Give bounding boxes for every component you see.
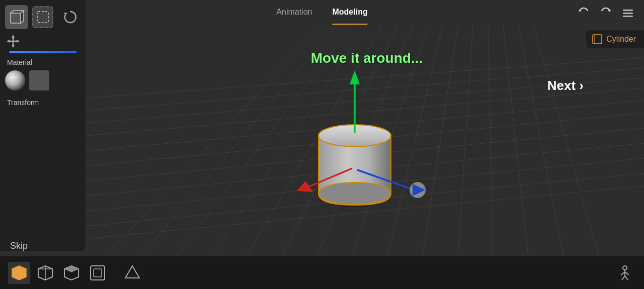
toolbar-separator (115, 264, 115, 282)
cube-view-button[interactable] (5, 5, 28, 29)
svg-marker-46 (350, 70, 360, 84)
svg-line-60 (621, 272, 625, 275)
move-tool-button[interactable] (5, 33, 21, 49)
instruction-text: Move it around... (311, 50, 423, 66)
svg-marker-36 (12, 35, 15, 38)
svg-rect-34 (11, 13, 21, 23)
cylinder-scene-svg (239, 40, 491, 241)
svg-marker-37 (12, 45, 15, 48)
top-right-controls (576, 5, 636, 21)
bottom-toolbar (0, 256, 644, 289)
svg-marker-57 (125, 266, 139, 278)
svg-line-62 (622, 276, 625, 280)
cylinder-label[interactable]: Cylinder (586, 30, 644, 48)
left-panel: Material Transform (0, 0, 86, 251)
next-button[interactable]: Next › (547, 78, 584, 93)
svg-point-58 (623, 266, 627, 270)
rigging-button[interactable] (614, 262, 636, 284)
svg-rect-28 (623, 16, 633, 17)
rotate-tool-button[interactable] (59, 6, 80, 28)
skip-button[interactable]: Skip (10, 241, 28, 251)
sculpt-mode-button[interactable] (60, 262, 83, 284)
nav-tabs: Animation Modeling (276, 1, 367, 25)
svg-rect-55 (91, 266, 105, 280)
texture-mode-button[interactable] (87, 262, 109, 284)
svg-rect-27 (623, 13, 633, 14)
material-sphere-icon[interactable] (5, 70, 25, 90)
svg-line-61 (625, 272, 629, 275)
tab-modeling[interactable]: Modeling (332, 1, 367, 25)
svg-rect-56 (94, 269, 102, 277)
svg-rect-40 (593, 35, 602, 44)
svg-point-43 (318, 182, 391, 205)
material-slot[interactable] (29, 70, 49, 90)
svg-marker-39 (17, 40, 20, 43)
top-icons-row (5, 5, 80, 29)
undo-button[interactable] (576, 5, 592, 21)
top-bar: Animation Modeling (0, 0, 644, 25)
cylinder-object-icon (592, 34, 602, 44)
svg-marker-38 (7, 40, 10, 43)
selection-tool-button[interactable] (32, 6, 53, 28)
transform-section-label: Transform (5, 99, 80, 107)
node-mode-button[interactable] (121, 262, 143, 284)
svg-rect-35 (37, 12, 48, 23)
svg-line-63 (625, 276, 628, 280)
progress-bar (9, 51, 77, 53)
object-mode-button[interactable] (8, 262, 30, 284)
tab-animation[interactable]: Animation (276, 1, 312, 25)
cylinder-label-text: Cylinder (606, 35, 636, 44)
menu-button[interactable] (620, 5, 636, 21)
redo-button[interactable] (598, 5, 614, 21)
material-section-label: Material (5, 58, 80, 66)
svg-rect-26 (623, 10, 633, 11)
material-row (5, 70, 80, 90)
edit-mode-button[interactable] (34, 262, 56, 284)
